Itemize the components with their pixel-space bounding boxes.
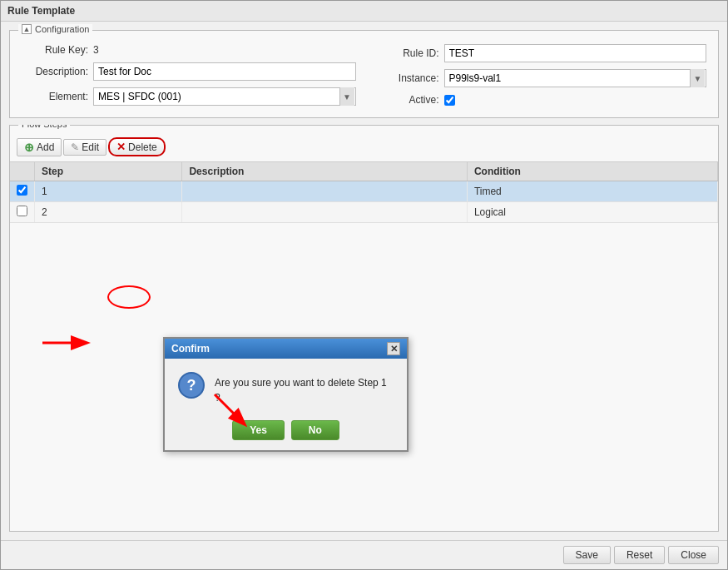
edit-icon: ✎ [71, 141, 79, 153]
config-legend: ▲ Configuration [18, 24, 92, 34]
instance-select-wrapper: P99ls9-val1 ▼ [444, 69, 707, 87]
close-button[interactable]: Close [668, 546, 719, 564]
element-row: Element: MES | SFDC (001) ▼ [22, 87, 356, 106]
rule-key-label: Rule Key: [22, 44, 88, 56]
table-row[interactable]: 1 Timed [10, 181, 718, 202]
flow-steps-section: Flow Steps ⊕ Add ✎ Edit ✕ Delete [9, 125, 719, 532]
dialog-body: ? Are you sure you want to delete Step 1… [165, 359, 407, 414]
dialog-question-icon: ? [178, 372, 205, 399]
flow-steps-legend: Flow Steps [18, 125, 70, 129]
delete-icon: ✕ [116, 141, 126, 153]
configuration-section: ▲ Configuration Rule Key: 3 Description:… [9, 30, 719, 118]
element-label: Element: [22, 91, 88, 102]
col-condition: Condition [467, 162, 717, 181]
row-1-checkbox[interactable] [10, 181, 35, 202]
description-label: Description: [22, 66, 88, 77]
flow-steps-table: Step Description Condition 1 Timed [10, 162, 718, 223]
delete-button[interactable]: ✕ Delete [108, 137, 166, 156]
dialog-titlebar: Confirm ✕ [165, 339, 407, 359]
window-body: ▲ Configuration Rule Key: 3 Description:… [1, 22, 727, 540]
edit-label: Edit [82, 141, 99, 153]
element-select[interactable]: MES | SFDC (001) [93, 87, 356, 106]
dialog-no-button[interactable]: No [291, 420, 339, 440]
row-1-description [182, 181, 467, 202]
config-legend-icon: ▲ [22, 24, 32, 34]
dialog-title: Confirm [171, 343, 210, 354]
add-button[interactable]: ⊕ Add [17, 138, 62, 156]
table-row[interactable]: 2 Logical [10, 202, 718, 223]
toolbar: ⊕ Add ✎ Edit ✕ Delete [10, 132, 718, 162]
col-step: Step [35, 162, 182, 181]
active-checkbox[interactable] [444, 95, 455, 106]
dialog-footer: Yes No [165, 414, 407, 450]
delete-label: Delete [128, 141, 157, 153]
active-row: Active: [373, 94, 707, 106]
rule-key-value: 3 [93, 44, 99, 56]
row-1-condition: Timed [467, 181, 717, 202]
description-row: Description: [22, 62, 356, 81]
rule-id-label: Rule ID: [373, 47, 439, 59]
dialog-yes-button[interactable]: Yes [232, 420, 285, 440]
edit-button[interactable]: ✎ Edit [63, 139, 106, 156]
active-label: Active: [373, 94, 439, 106]
col-description: Description [182, 162, 467, 181]
window-title: Rule Template [1, 1, 727, 22]
rule-id-row: Rule ID: [373, 44, 707, 62]
rule-id-input[interactable] [444, 44, 707, 62]
row-1-step: 1 [35, 181, 182, 202]
instance-label: Instance: [373, 72, 439, 84]
config-right: Rule ID: Instance: P99ls9-val1 ▼ [373, 44, 707, 106]
row-2-description [182, 202, 467, 223]
table-header-row: Step Description Condition [10, 162, 718, 181]
window-footer: Save Reset Close [1, 540, 727, 569]
main-content-area: Flow Steps ⊕ Add ✎ Edit ✕ Delete [9, 125, 719, 532]
dialog-close-button[interactable]: ✕ [387, 342, 400, 355]
save-button[interactable]: Save [563, 546, 611, 564]
row-1-check[interactable] [17, 185, 27, 196]
instance-select[interactable]: P99ls9-val1 [444, 69, 707, 87]
add-icon: ⊕ [24, 141, 34, 154]
add-label: Add [37, 141, 54, 153]
row-2-check[interactable] [17, 206, 27, 216]
description-input[interactable] [93, 62, 356, 81]
col-checkbox [10, 162, 35, 181]
reset-button[interactable]: Reset [614, 546, 665, 564]
active-checkbox-wrapper [444, 95, 455, 106]
row-2-condition: Logical [467, 202, 717, 223]
main-window: Rule Template ▲ Configuration Rule Key: … [0, 0, 728, 570]
config-legend-label: Configuration [35, 24, 89, 34]
rule-key-row: Rule Key: 3 [22, 44, 356, 56]
dialog-message: Are you sure you want to delete Step 1 ? [215, 370, 394, 405]
row-2-checkbox[interactable] [10, 202, 35, 223]
config-grid: Rule Key: 3 Description: Element: MES | … [22, 44, 706, 106]
row-2-step: 2 [35, 202, 182, 223]
instance-row: Instance: P99ls9-val1 ▼ [373, 69, 707, 87]
config-left: Rule Key: 3 Description: Element: MES | … [22, 44, 356, 106]
element-select-wrapper: MES | SFDC (001) ▼ [93, 87, 356, 106]
confirm-dialog: Confirm ✕ ? Are you sure you want to del… [163, 337, 409, 452]
